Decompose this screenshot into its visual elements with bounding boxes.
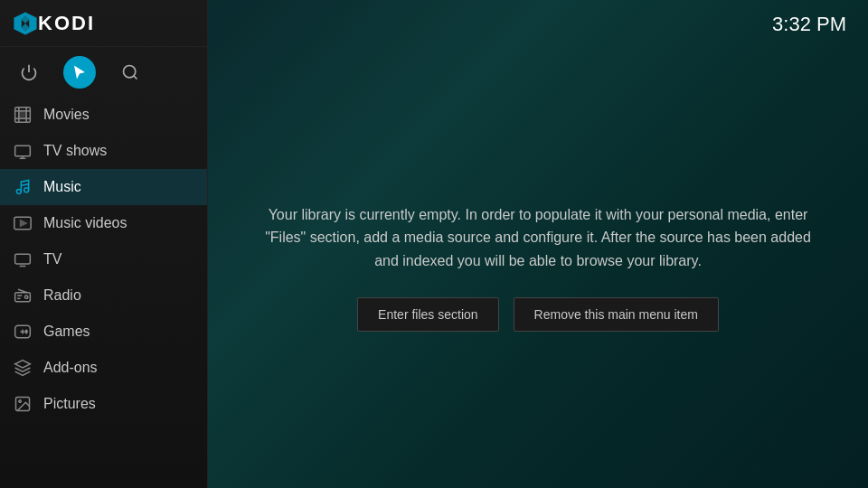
kodi-logo-icon [13, 11, 38, 36]
svg-point-31 [25, 332, 27, 333]
sidebar: KODI [0, 0, 208, 488]
games-label: Games [43, 324, 90, 340]
search-button[interactable] [114, 56, 146, 89]
music-label: Music [43, 179, 81, 195]
radio-icon [13, 286, 33, 305]
svg-rect-13 [15, 145, 31, 156]
enter-files-button[interactable]: Enter files section [357, 297, 499, 332]
power-icon [20, 63, 38, 81]
clock: 3:32 PM [772, 13, 846, 34]
nav-menu: Movies TV shows M [0, 97, 207, 488]
top-bar: 3:32 PM [208, 0, 868, 47]
games-icon [13, 322, 33, 342]
library-empty-message: Your library is currently empty. In orde… [262, 203, 814, 273]
svg-point-17 [24, 188, 29, 192]
svg-rect-12 [19, 111, 26, 118]
sidebar-item-movies[interactable]: Movies [0, 97, 207, 133]
sidebar-item-radio[interactable]: Radio [0, 277, 207, 314]
tvshows-icon [13, 141, 33, 161]
sidebar-icon-row [0, 47, 207, 97]
addons-label: Add-ons [43, 360, 98, 376]
cursor-icon [71, 64, 88, 80]
sidebar-item-games[interactable]: Games [0, 314, 207, 350]
remove-menu-item-button[interactable]: Remove this main menu item [514, 297, 719, 332]
sidebar-item-tvshows[interactable]: TV shows [0, 133, 207, 169]
navigate-button[interactable] [63, 56, 96, 89]
svg-point-25 [25, 296, 28, 298]
pictures-icon [13, 394, 33, 414]
movies-label: Movies [43, 107, 90, 123]
sidebar-header: KODI [0, 0, 207, 47]
tvshows-label: TV shows [43, 143, 107, 159]
svg-point-33 [19, 400, 21, 403]
tv-label: TV [43, 251, 61, 267]
svg-rect-21 [15, 254, 31, 264]
content-area: Your library is currently empty. In orde… [208, 47, 868, 488]
musicvideos-icon [13, 213, 33, 233]
radio-label: Radio [43, 287, 81, 304]
svg-point-5 [124, 65, 136, 77]
svg-line-6 [134, 75, 137, 79]
app-title: KODI [38, 12, 95, 35]
musicvideos-label: Music videos [43, 215, 127, 231]
action-buttons: Enter files section Remove this main men… [357, 297, 719, 332]
main-content: 3:32 PM Your library is currently empty.… [208, 0, 868, 488]
svg-marker-20 [21, 221, 27, 227]
sidebar-item-addons[interactable]: Add-ons [0, 350, 207, 386]
power-button[interactable] [13, 56, 45, 89]
pictures-label: Pictures [43, 396, 96, 412]
sidebar-item-pictures[interactable]: Pictures [0, 386, 207, 422]
sidebar-item-musicvideos[interactable]: Music videos [0, 205, 207, 241]
svg-point-16 [16, 190, 21, 194]
tv-icon [13, 249, 33, 269]
sidebar-item-tv[interactable]: TV [0, 241, 207, 277]
svg-line-18 [21, 184, 28, 186]
music-icon [13, 177, 33, 197]
sidebar-item-music[interactable]: Music [0, 169, 207, 205]
movies-icon [13, 105, 33, 125]
search-icon [121, 63, 139, 81]
addons-icon [13, 358, 33, 378]
